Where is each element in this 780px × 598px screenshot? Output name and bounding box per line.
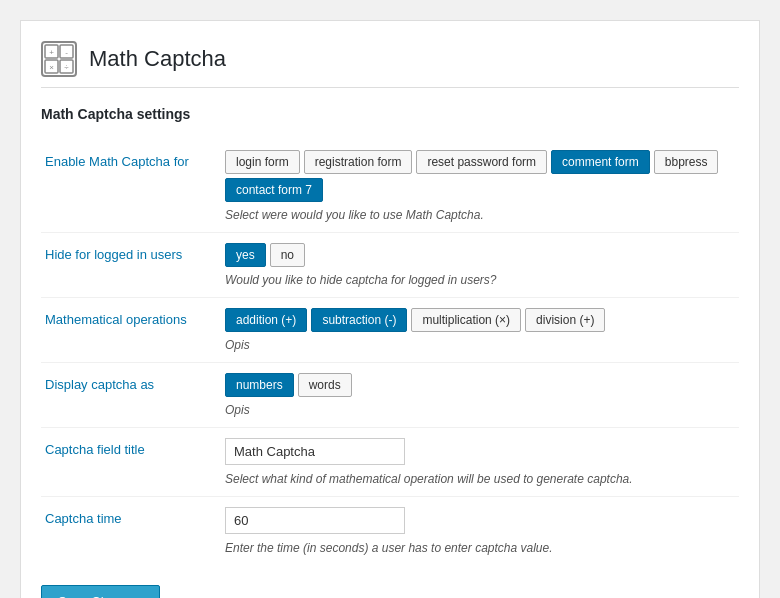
settings-table: Enable Math Captcha forlogin formregistr… bbox=[41, 140, 739, 565]
settings-row-control: numberswordsOpis bbox=[221, 363, 739, 428]
button-group: addition (+)subtraction (-)multiplicatio… bbox=[225, 308, 735, 332]
button-group: numberswords bbox=[225, 373, 735, 397]
toggle-button[interactable]: yes bbox=[225, 243, 266, 267]
settings-row: Captcha field titleSelect what kind of m… bbox=[41, 428, 739, 497]
toggle-button[interactable]: no bbox=[270, 243, 305, 267]
text-input-field[interactable] bbox=[225, 507, 405, 534]
svg-rect-0 bbox=[42, 42, 76, 76]
toggle-button[interactable]: words bbox=[298, 373, 352, 397]
toggle-button[interactable]: numbers bbox=[225, 373, 294, 397]
settings-row: Enable Math Captcha forlogin formregistr… bbox=[41, 140, 739, 233]
toggle-button[interactable]: login form bbox=[225, 150, 300, 174]
settings-row-label: Captcha field title bbox=[41, 428, 221, 497]
toggle-button[interactable]: addition (+) bbox=[225, 308, 307, 332]
hint-text: Would you like to hide captcha for logge… bbox=[225, 273, 735, 287]
text-input-field[interactable] bbox=[225, 438, 405, 465]
hint-text: Opis bbox=[225, 338, 735, 352]
settings-row-label: Display captcha as bbox=[41, 363, 221, 428]
settings-row-label: Hide for logged in users bbox=[41, 233, 221, 298]
svg-text:-: - bbox=[65, 48, 68, 57]
settings-row-label: Captcha time bbox=[41, 497, 221, 566]
svg-text:×: × bbox=[49, 63, 54, 72]
settings-row-control: login formregistration formreset passwor… bbox=[221, 140, 739, 233]
settings-row-control: addition (+)subtraction (-)multiplicatio… bbox=[221, 298, 739, 363]
toggle-button[interactable]: registration form bbox=[304, 150, 413, 174]
settings-row-control: Enter the time (in seconds) a user has t… bbox=[221, 497, 739, 566]
settings-section-title: Math Captcha settings bbox=[41, 106, 739, 122]
toggle-button[interactable]: bbpress bbox=[654, 150, 719, 174]
page-header: + - × ÷ Math Captcha bbox=[41, 41, 739, 88]
settings-row-label: Enable Math Captcha for bbox=[41, 140, 221, 233]
hint-text: Enter the time (in seconds) a user has t… bbox=[225, 541, 735, 555]
settings-row: Hide for logged in usersyesnoWould you l… bbox=[41, 233, 739, 298]
math-captcha-icon: + - × ÷ bbox=[41, 41, 77, 77]
page-title: Math Captcha bbox=[89, 46, 226, 72]
toggle-button[interactable]: multiplication (×) bbox=[411, 308, 521, 332]
button-group: yesno bbox=[225, 243, 735, 267]
toggle-button[interactable]: comment form bbox=[551, 150, 650, 174]
settings-row-control: yesnoWould you like to hide captcha for … bbox=[221, 233, 739, 298]
toggle-button[interactable]: subtraction (-) bbox=[311, 308, 407, 332]
settings-row-label: Mathematical operations bbox=[41, 298, 221, 363]
toggle-button[interactable]: division (+) bbox=[525, 308, 605, 332]
toggle-button[interactable]: reset password form bbox=[416, 150, 547, 174]
save-button[interactable]: Save Changes bbox=[41, 585, 160, 598]
page-wrap: + - × ÷ Math Captcha Math Captcha settin… bbox=[20, 20, 760, 598]
hint-text: Opis bbox=[225, 403, 735, 417]
settings-row: Mathematical operationsaddition (+)subtr… bbox=[41, 298, 739, 363]
svg-text:+: + bbox=[49, 48, 54, 57]
svg-text:÷: ÷ bbox=[64, 63, 69, 72]
hint-text: Select what kind of mathematical operati… bbox=[225, 472, 735, 486]
settings-row-control: Select what kind of mathematical operati… bbox=[221, 428, 739, 497]
toggle-button[interactable]: contact form 7 bbox=[225, 178, 323, 202]
hint-text: Select were would you like to use Math C… bbox=[225, 208, 735, 222]
button-group: login formregistration formreset passwor… bbox=[225, 150, 735, 202]
settings-row: Display captcha asnumberswordsOpis bbox=[41, 363, 739, 428]
settings-row: Captcha timeEnter the time (in seconds) … bbox=[41, 497, 739, 566]
